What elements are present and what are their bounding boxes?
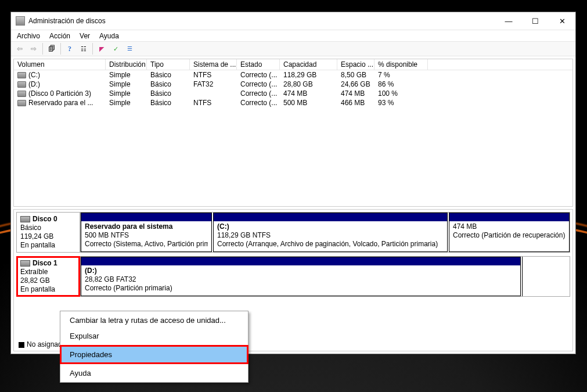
partition-title: (C:) [217, 222, 444, 231]
disk-1-state: En pantalla [20, 285, 76, 294]
cell-estado: Correcto (... [237, 89, 280, 98]
check-icon[interactable]: ✓ [109, 42, 122, 55]
properties-icon[interactable]: 🗐 [45, 42, 58, 55]
volume-list[interactable]: Volumen Distribución Tipo Sistema de ...… [13, 59, 573, 207]
partition-size: 500 MB NTFS [85, 231, 208, 240]
cell-distribucion: Simple [106, 80, 147, 89]
volume-row[interactable]: (Disco 0 Partición 3)SimpleBásicoCorrect… [14, 89, 572, 98]
partition-header [81, 257, 520, 265]
back-button[interactable]: ⇦ [13, 42, 26, 55]
disk-0-row: Disco 0 Básico 119,24 GB En pantalla Res… [16, 212, 570, 253]
ctx-separator [64, 345, 244, 346]
col-sistema[interactable]: Sistema de ... [190, 59, 237, 70]
context-menu: Cambiar la letra y rutas de acceso de un… [60, 311, 249, 383]
toolbar: ⇦ ⇨ 🗐 ? ☷ ◤ ✓ ☰ [11, 41, 575, 56]
toolbar-separator [42, 43, 43, 55]
partition-state: Correcto (Partición de recuperación) [453, 231, 566, 240]
col-distribucion[interactable]: Distribución [106, 59, 147, 70]
forward-button[interactable]: ⇨ [27, 42, 40, 55]
toolbar-separator [92, 43, 93, 55]
disk-1-type: Extraíble [20, 268, 76, 276]
col-estado[interactable]: Estado [237, 59, 280, 70]
disk-0-label[interactable]: Disco 0 Básico 119,24 GB En pantalla [16, 212, 80, 253]
menu-ayuda[interactable]: Ayuda [95, 31, 124, 41]
app-icon [16, 16, 25, 26]
partition-size: 118,29 GB NTFS [217, 231, 444, 240]
col-tipo[interactable]: Tipo [147, 59, 190, 70]
menubar: Archivo Acción Ver Ayuda [11, 30, 575, 41]
disk-0-type: Básico [20, 224, 76, 232]
partition-header [449, 213, 569, 221]
disk-0-name: Disco 0 [20, 215, 76, 224]
ctx-eject[interactable]: Expulsar [62, 328, 247, 344]
cell-porcentaje: 86 % [374, 80, 428, 89]
cell-estado: Correcto (... [237, 80, 280, 89]
table-icon[interactable]: ☷ [77, 42, 90, 55]
col-capacidad[interactable]: Capacidad [280, 59, 337, 70]
cell-distribucion: Simple [106, 98, 147, 107]
cell-porcentaje: 7 % [374, 70, 428, 80]
cell-porcentaje: 100 % [374, 89, 428, 98]
partition-header [214, 213, 447, 221]
disk-1-row: Disco 1 Extraíble 28,82 GB En pantalla (… [16, 256, 570, 297]
cell-espacio: 24,66 GB [337, 80, 374, 89]
disk-1-size: 28,82 GB [20, 276, 76, 285]
close-button[interactable]: ✕ [549, 12, 575, 30]
action-icon[interactable]: ◤ [95, 42, 108, 55]
cell-volumen: (Disco 0 Partición 3) [14, 89, 106, 98]
cell-distribucion: Simple [106, 70, 147, 80]
volume-row[interactable]: (C:)SimpleBásicoNTFSCorrecto (...118,29 … [14, 70, 572, 80]
ctx-help[interactable]: Ayuda [62, 365, 247, 381]
list-icon[interactable]: ☰ [123, 42, 136, 55]
col-volumen[interactable]: Volumen [14, 59, 106, 70]
toolbar-separator [60, 43, 61, 55]
cell-distribucion: Simple [106, 89, 147, 98]
disk-1-name: Disco 1 [20, 259, 76, 268]
cell-tipo: Básico [147, 98, 190, 107]
cell-capacidad: 28,80 GB [280, 80, 337, 89]
ctx-separator [64, 364, 244, 364]
cell-estado: Correcto (... [237, 70, 280, 80]
minimize-button[interactable]: — [495, 12, 522, 30]
disk-management-window: Administración de discos — ☐ ✕ Archivo A… [10, 12, 576, 354]
cell-capacidad: 474 MB [280, 89, 337, 98]
disk-0-partitions: Reservado para el sistema 500 MB NTFS Co… [80, 212, 570, 253]
partition-title: Reservado para el sistema [85, 222, 208, 231]
cell-sistema [190, 89, 237, 98]
volume-row[interactable]: (D:)SimpleBásicoFAT32Correcto (...28,80 … [14, 80, 572, 89]
partition-title: (D:) [85, 267, 517, 275]
cell-tipo: Básico [147, 70, 190, 80]
titlebar[interactable]: Administración de discos — ☐ ✕ [11, 12, 575, 30]
legend-unallocated: No asignado [19, 340, 66, 348]
partition-c[interactable]: (C:) 118,29 GB NTFS Correcto (Arranque, … [213, 213, 448, 252]
maximize-button[interactable]: ☐ [522, 12, 549, 30]
legend-swatch [19, 342, 24, 348]
help-icon[interactable]: ? [63, 42, 76, 55]
cell-espacio: 466 MB [337, 98, 374, 107]
cell-estado: Correcto (... [237, 98, 280, 107]
partition-header [81, 213, 211, 221]
cell-porcentaje: 93 % [374, 98, 428, 107]
partition-reserved[interactable]: Reservado para el sistema 500 MB NTFS Co… [81, 213, 212, 252]
cell-sistema: NTFS [190, 98, 237, 107]
cell-volumen: (D:) [14, 80, 106, 89]
partition-d[interactable]: (D:) 28,82 GB FAT32 Correcto (Partición … [81, 257, 521, 296]
col-espacio[interactable]: Espacio ... [337, 59, 374, 70]
partition-state: Correcto (Partición primaria) [85, 284, 517, 293]
cell-tipo: Básico [147, 89, 190, 98]
ctx-properties[interactable]: Propiedades [62, 347, 247, 362]
disk-0-size: 119,24 GB [20, 232, 76, 241]
partition-state: Correcto (Arranque, Archivo de paginació… [217, 240, 444, 249]
menu-ver[interactable]: Ver [75, 31, 95, 41]
volume-row[interactable]: Reservado para el ...SimpleBásicoNTFSCor… [14, 98, 572, 107]
partition-recovery[interactable]: 474 MB Correcto (Partición de recuperaci… [449, 213, 570, 252]
menu-accion[interactable]: Acción [45, 31, 75, 41]
cell-espacio: 474 MB [337, 89, 374, 98]
disk-1-label[interactable]: Disco 1 Extraíble 28,82 GB En pantalla [16, 256, 80, 297]
ctx-change-letter[interactable]: Cambiar la letra y rutas de acceso de un… [62, 312, 247, 328]
partition-size: 28,82 GB FAT32 [85, 275, 517, 284]
col-porcentaje[interactable]: % disponible [374, 59, 428, 70]
window-title: Administración de discos [28, 17, 495, 25]
volume-list-header[interactable]: Volumen Distribución Tipo Sistema de ...… [14, 59, 572, 70]
menu-archivo[interactable]: Archivo [12, 31, 45, 41]
